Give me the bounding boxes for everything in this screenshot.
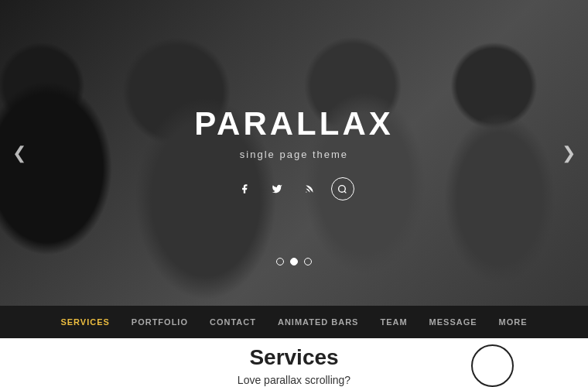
carousel-dots <box>276 258 312 265</box>
facebook-icon[interactable] <box>234 178 255 200</box>
hero-title: PARALLAX <box>194 105 394 142</box>
dot-2[interactable] <box>290 258 298 265</box>
twitter-icon[interactable] <box>266 178 288 200</box>
dot-1[interactable] <box>276 258 284 265</box>
hero-content: PARALLAX single page theme <box>194 105 394 200</box>
nav-message[interactable]: MESSAGE <box>429 317 477 327</box>
svg-point-0 <box>306 192 306 193</box>
hero-subtitle: single page theme <box>194 149 394 160</box>
dot-3[interactable] <box>304 258 312 265</box>
svg-line-2 <box>345 191 347 193</box>
svg-point-1 <box>339 185 346 192</box>
services-subtitle: Love parallax scrolling? <box>238 374 350 386</box>
nav-contact[interactable]: CONTACT <box>210 317 256 327</box>
nav-animated-bars[interactable]: ANIMATED BARS <box>278 317 358 327</box>
search-icon[interactable] <box>331 177 354 200</box>
hero-social-icons <box>194 177 394 200</box>
nav-more[interactable]: MORE <box>499 317 528 327</box>
services-section: Services Love parallax scrolling? <box>0 338 588 387</box>
rss-icon[interactable] <box>299 178 320 200</box>
circle-decoration <box>471 344 514 387</box>
hero-section: ❮ ❯ PARALLAX single page theme <box>0 0 588 306</box>
navigation-bar: SERVICES PORTFOLIO CONTACT ANIMATED BARS… <box>0 306 588 338</box>
next-arrow[interactable]: ❯ <box>556 137 582 170</box>
nav-team[interactable]: TEAM <box>380 317 407 327</box>
nav-portfolio[interactable]: PORTFOLIO <box>132 317 188 327</box>
nav-services[interactable]: SERVICES <box>60 317 109 327</box>
prev-arrow[interactable]: ❮ <box>6 137 32 170</box>
services-title: Services <box>249 345 338 370</box>
